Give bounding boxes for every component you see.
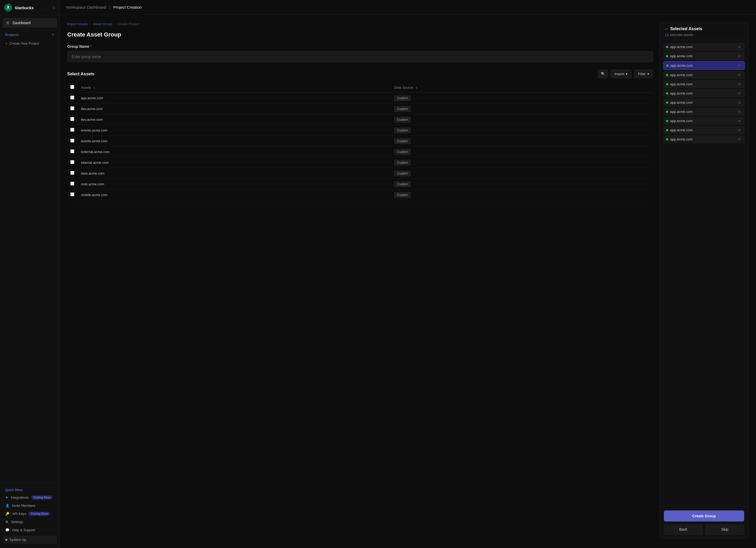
footer-actions: Back Skip (664, 524, 744, 535)
breadcrumb-create-project: Create Project (117, 22, 139, 26)
selected-count: 11 selected assets (665, 33, 743, 37)
table-row[interactable]: events.acme.com Custom (67, 136, 653, 146)
table-header-datasource-col[interactable]: Data Source ⇅ (391, 82, 653, 93)
group-name-label: Group Name * (67, 44, 653, 49)
selected-asset-item: app.acme.com ✕ (663, 61, 745, 70)
row-asset-name-8: mob.acme.com (78, 179, 391, 189)
row-checkbox-9[interactable] (70, 192, 74, 196)
remove-asset-button-6[interactable]: ✕ (737, 101, 742, 104)
row-asset-name-0: app.acme.com (78, 93, 391, 103)
status-dot-icon (5, 539, 7, 541)
row-data-source-6: Custom (391, 157, 653, 168)
table-row[interactable]: dev.acme.com Custom (67, 114, 653, 125)
row-checkbox-1[interactable] (70, 106, 74, 110)
row-checkbox-7[interactable] (70, 171, 74, 175)
row-checkbox-2[interactable] (70, 117, 74, 121)
remove-asset-button-9[interactable]: ✕ (737, 128, 742, 132)
selected-asset-item: app.acme.com ✕ (663, 98, 745, 107)
asset-name-9: app.acme.com (670, 128, 692, 132)
top-header: Workspace Dashboard | Project Creation (60, 0, 756, 15)
row-checkbox-3[interactable] (70, 128, 74, 132)
sidebar-item-help[interactable]: 💬 Help & Support (3, 526, 57, 534)
remove-asset-button-1[interactable]: ✕ (737, 54, 742, 58)
api-keys-badge: Coming Soon (29, 512, 50, 516)
projects-label: Projects (5, 33, 19, 37)
row-checkbox-0[interactable] (70, 96, 74, 99)
row-asset-name-5: external.acme.com (78, 146, 391, 157)
expand-sidebar-icon[interactable]: ⊙ (52, 6, 55, 10)
sub-breadcrumb: Import Assets › Asset Group › Create Pro… (67, 22, 653, 26)
asset-status-dot-10 (666, 138, 668, 140)
row-asset-name-7: laws.acme.com (78, 168, 391, 179)
asset-name-6: app.acme.com (670, 101, 692, 104)
asset-name-7: app.acme.com (670, 110, 692, 114)
asset-left-5: app.acme.com (666, 91, 692, 95)
remove-asset-button-0[interactable]: ✕ (737, 45, 742, 49)
asset-status-dot-6 (666, 102, 668, 104)
selected-asset-item: app.acme.com ✕ (663, 52, 745, 60)
settings-icon: ⚙ (5, 520, 8, 524)
table-row[interactable]: internal.acme.com Custom (67, 157, 653, 168)
sidebar-item-integrations[interactable]: ✦ Integrations Coming Soon (3, 493, 57, 502)
integrations-label: Integrations (11, 496, 29, 499)
table-row[interactable]: mobile.acme.com Custom (67, 189, 653, 200)
add-project-button[interactable]: + (51, 32, 54, 37)
breadcrumb-import-assets[interactable]: Import Assets (67, 22, 88, 26)
selected-asset-item: app.acme.com ✕ (663, 126, 745, 134)
create-group-button[interactable]: Create Group (664, 510, 744, 521)
sidebar-item-invite-members[interactable]: 👤 Invite Members (3, 502, 57, 510)
selected-assets-panel: ⤢ Selected Assets 11 selected assets app… (659, 22, 749, 539)
breadcrumb-asset-group[interactable]: Asset Group (93, 22, 112, 26)
dashboard-icon: ⊞ (5, 20, 10, 25)
select-assets-header: Select Assets 🔍 Import ▾ Filter ▾ (67, 70, 653, 78)
svg-point-0 (7, 6, 9, 8)
back-button[interactable]: Back (664, 524, 703, 535)
row-checkbox-6[interactable] (70, 160, 74, 164)
remove-asset-button-2[interactable]: ✕ (737, 64, 742, 67)
skip-button[interactable]: Skip (705, 524, 744, 535)
sidebar-item-dashboard[interactable]: ⊞ Dashboard (3, 18, 57, 28)
header-separator: | (109, 5, 110, 9)
row-checkbox-8[interactable] (70, 182, 74, 186)
breadcrumb-workspace: Workspace Dashboard (66, 5, 106, 9)
sidebar-item-settings[interactable]: ⚙ Settings (3, 518, 57, 526)
left-panel: Import Assets › Asset Group › Create Pro… (67, 22, 653, 541)
expand-panel-icon[interactable]: ⤢ (665, 27, 668, 31)
row-data-source-3: Custom (391, 125, 653, 136)
row-checkbox-5[interactable] (70, 149, 74, 153)
sidebar-item-api-keys[interactable]: 🔑 API Keys Coming Soon (3, 510, 57, 518)
table-row[interactable]: mob.acme.com Custom (67, 179, 653, 189)
table-header-checkbox-col (67, 82, 78, 93)
asset-status-dot-9 (666, 129, 668, 131)
table-row[interactable]: app.acme.com Custom (67, 93, 653, 103)
table-row[interactable]: events.acme.com Custom (67, 125, 653, 136)
create-new-project-button[interactable]: + Create New Project (3, 39, 57, 48)
remove-asset-button-8[interactable]: ✕ (737, 119, 742, 123)
projects-section: Projects + + Create New Project (0, 30, 60, 483)
asset-left-4: app.acme.com (666, 82, 692, 86)
invite-members-label: Invite Members (12, 504, 35, 508)
asset-status-dot-1 (666, 55, 668, 57)
filter-button[interactable]: Filter ▾ (634, 70, 653, 78)
remove-asset-button-5[interactable]: ✕ (737, 92, 742, 95)
remove-asset-button-4[interactable]: ✕ (737, 82, 742, 86)
select-assets-section: Select Assets 🔍 Import ▾ Filter ▾ (67, 70, 653, 200)
remove-asset-button-10[interactable]: ✕ (737, 138, 742, 141)
remove-asset-button-3[interactable]: ✕ (737, 73, 742, 77)
row-data-source-5: Custom (391, 146, 653, 157)
select-all-checkbox[interactable] (70, 85, 74, 89)
group-name-input[interactable] (67, 51, 653, 62)
row-checkbox-cell-2 (67, 114, 78, 125)
remove-asset-button-7[interactable]: ✕ (737, 110, 742, 114)
asset-name-8: app.acme.com (670, 119, 692, 123)
row-data-source-1: Custom (391, 103, 653, 114)
search-button[interactable]: 🔍 (598, 70, 608, 78)
breadcrumb-arrow-1: › (90, 22, 91, 26)
import-button[interactable]: Import ▾ (611, 70, 632, 78)
table-header-assets-col[interactable]: Assets ⇅ (78, 82, 391, 93)
table-row[interactable]: external.acme.com Custom (67, 146, 653, 157)
table-row[interactable]: dev.acme.com Custom (67, 103, 653, 114)
import-chevron-icon: ▾ (626, 72, 628, 76)
row-checkbox-4[interactable] (70, 139, 74, 143)
table-row[interactable]: laws.acme.com Custom (67, 168, 653, 179)
